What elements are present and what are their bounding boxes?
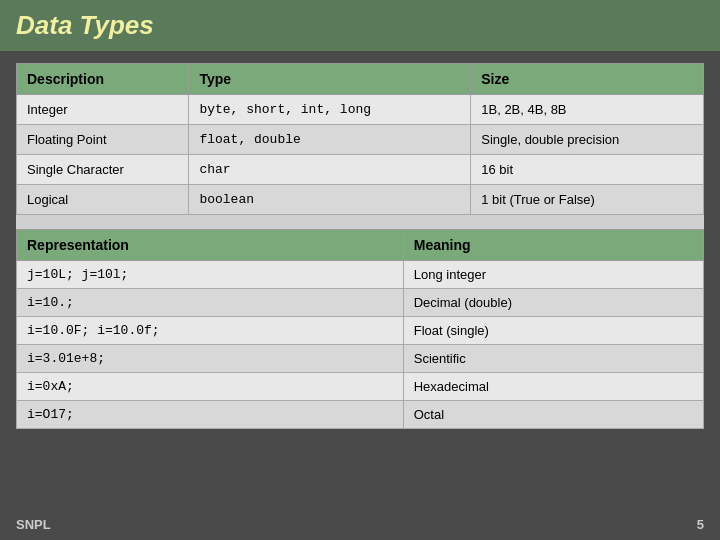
cell-description: Integer bbox=[17, 95, 189, 125]
header: Data Types bbox=[0, 0, 720, 51]
table-row: Logicalboolean1 bit (True or False) bbox=[17, 185, 704, 215]
cell-meaning: Hexadecimal bbox=[403, 373, 703, 401]
table-row: i=10.;Decimal (double) bbox=[17, 289, 704, 317]
table-row: i=10.0F; i=10.0f;Float (single) bbox=[17, 317, 704, 345]
col-representation: Representation bbox=[17, 230, 404, 261]
col-type: Type bbox=[189, 64, 471, 95]
col-description: Description bbox=[17, 64, 189, 95]
table-row: j=10L; j=10l;Long integer bbox=[17, 261, 704, 289]
cell-size: 1 bit (True or False) bbox=[471, 185, 704, 215]
cell-meaning: Decimal (double) bbox=[403, 289, 703, 317]
top-table: Description Type Size Integerbyte, short… bbox=[16, 63, 704, 215]
col-meaning: Meaning bbox=[403, 230, 703, 261]
cell-size: Single, double precision bbox=[471, 125, 704, 155]
cell-description: Floating Point bbox=[17, 125, 189, 155]
cell-type: char bbox=[189, 155, 471, 185]
footer-right: 5 bbox=[697, 517, 704, 532]
table-row: Integerbyte, short, int, long1B, 2B, 4B,… bbox=[17, 95, 704, 125]
cell-representation: i=10.; bbox=[17, 289, 404, 317]
bottom-table: Representation Meaning j=10L; j=10l;Long… bbox=[16, 229, 704, 429]
table-row: Floating Pointfloat, doubleSingle, doubl… bbox=[17, 125, 704, 155]
cell-size: 1B, 2B, 4B, 8B bbox=[471, 95, 704, 125]
cell-type: float, double bbox=[189, 125, 471, 155]
table-row: Single Characterchar16 bit bbox=[17, 155, 704, 185]
cell-size: 16 bit bbox=[471, 155, 704, 185]
footer-left: SNPL bbox=[16, 517, 51, 532]
cell-representation: i=0xA; bbox=[17, 373, 404, 401]
cell-representation: i=O17; bbox=[17, 401, 404, 429]
cell-representation: i=10.0F; i=10.0f; bbox=[17, 317, 404, 345]
table-row: i=3.01e+8;Scientific bbox=[17, 345, 704, 373]
cell-representation: j=10L; j=10l; bbox=[17, 261, 404, 289]
cell-type: byte, short, int, long bbox=[189, 95, 471, 125]
page-title: Data Types bbox=[16, 10, 154, 41]
footer: SNPL 5 bbox=[16, 517, 704, 532]
cell-representation: i=3.01e+8; bbox=[17, 345, 404, 373]
cell-meaning: Float (single) bbox=[403, 317, 703, 345]
cell-description: Logical bbox=[17, 185, 189, 215]
table-row: i=0xA;Hexadecimal bbox=[17, 373, 704, 401]
main-content: Description Type Size Integerbyte, short… bbox=[16, 63, 704, 429]
cell-meaning: Octal bbox=[403, 401, 703, 429]
cell-meaning: Long integer bbox=[403, 261, 703, 289]
cell-description: Single Character bbox=[17, 155, 189, 185]
table-row: i=O17;Octal bbox=[17, 401, 704, 429]
col-size: Size bbox=[471, 64, 704, 95]
cell-type: boolean bbox=[189, 185, 471, 215]
cell-meaning: Scientific bbox=[403, 345, 703, 373]
